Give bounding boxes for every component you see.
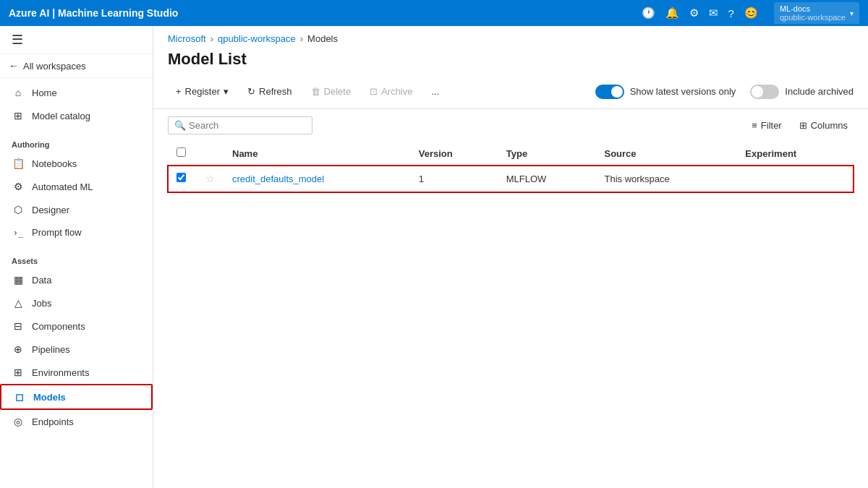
pipelines-icon: ⊕	[12, 343, 25, 355]
sidebar-item-environments-label: Environments	[32, 367, 89, 378]
back-nav-label: All workspaces	[23, 61, 86, 72]
row-name-cell: credit_defaults_model	[224, 166, 410, 192]
nav-section-main: ⌂ Home ⊞ Model catalog	[0, 78, 153, 130]
archive-button[interactable]: ⊡ Archive	[362, 82, 420, 101]
toolbar: + Register ▾ ↻ Refresh 🗑 Delete ⊡ Archiv…	[153, 77, 868, 109]
include-archived-toggle-group: Include archived	[750, 85, 854, 99]
model-catalog-icon: ⊞	[12, 110, 25, 121]
sidebar-item-notebooks-label: Notebooks	[32, 158, 77, 169]
feedback-icon[interactable]: ✉	[709, 7, 718, 20]
sidebar-item-notebooks[interactable]: 📋 Notebooks	[0, 152, 153, 175]
select-all-checkbox[interactable]	[176, 147, 186, 157]
row-checkbox[interactable]	[176, 173, 186, 182]
automated-ml-icon: ⚙	[12, 181, 25, 192]
row-checkbox-cell	[168, 166, 197, 192]
hamburger-icon[interactable]: ☰	[9, 30, 26, 50]
sidebar-item-designer[interactable]: ⬡ Designer	[0, 198, 153, 221]
filter-label: Filter	[761, 120, 782, 131]
sidebar-item-data[interactable]: ▦ Data	[0, 268, 153, 291]
settings-icon[interactable]: ⚙	[689, 7, 699, 20]
row-source-cell: This workspace	[595, 166, 736, 192]
breadcrumb: Microsoft › qpublic-workspace › Models	[153, 26, 868, 44]
delete-label: Delete	[324, 86, 352, 97]
sidebar-item-home[interactable]: ⌂ Home	[0, 81, 153, 104]
components-icon: ⊟	[12, 320, 25, 332]
models-table: Name Version Type Source Experiment	[168, 142, 854, 192]
include-archived-label: Include archived	[785, 86, 854, 97]
home-icon: ⌂	[12, 87, 25, 98]
search-input[interactable]	[189, 120, 306, 131]
breadcrumb-workspace[interactable]: qpublic-workspace	[218, 33, 296, 44]
table-row: ☆ credit_defaults_model 1 MLFLOW This wo…	[168, 166, 854, 192]
breadcrumb-sep-2: ›	[300, 33, 303, 44]
sidebar-item-components[interactable]: ⊟ Components	[0, 314, 153, 338]
sidebar-item-endpoints[interactable]: ◎ Endpoints	[0, 410, 153, 433]
nav-section-assets: Assets ▦ Data △ Jobs ⊟ Components ⊕ Pipe…	[0, 247, 153, 436]
sidebar-item-jobs[interactable]: △ Jobs	[0, 291, 153, 314]
header-icons: 🕐 🔔 ⚙ ✉ ? 😊 ML-docs qpublic-workspace ▾	[642, 2, 859, 24]
col-header-checkbox	[168, 142, 197, 166]
sidebar-item-models[interactable]: ◻ Models	[0, 384, 153, 410]
breadcrumb-sep-1: ›	[210, 33, 213, 44]
refresh-label: Refresh	[259, 86, 292, 97]
refresh-button[interactable]: ↻ Refresh	[239, 82, 300, 101]
endpoints-icon: ◎	[12, 416, 25, 427]
table-body: ☆ credit_defaults_model 1 MLFLOW This wo…	[168, 166, 854, 192]
search-box: 🔍	[168, 116, 312, 134]
user-info: ML-docs qpublic-workspace	[780, 4, 846, 22]
more-icon: ...	[431, 86, 439, 97]
bell-icon[interactable]: 🔔	[665, 7, 679, 20]
sidebar-item-jobs-label: Jobs	[32, 298, 51, 309]
models-icon: ◻	[13, 391, 26, 403]
search-icon: 🔍	[174, 120, 186, 131]
sidebar-item-components-label: Components	[32, 321, 85, 332]
sidebar-item-data-label: Data	[32, 275, 51, 286]
sidebar-item-home-label: Home	[32, 87, 57, 98]
sidebar-item-automated-ml-label: Automated ML	[32, 181, 93, 192]
back-nav[interactable]: ← All workspaces	[0, 54, 153, 78]
show-latest-toggle[interactable]	[595, 85, 624, 99]
top-header: Azure AI | Machine Learning Studio 🕐 🔔 ⚙…	[0, 0, 868, 26]
delete-button[interactable]: 🗑 Delete	[303, 82, 359, 101]
user-menu[interactable]: ML-docs qpublic-workspace ▾	[774, 2, 859, 24]
help-icon[interactable]: ?	[728, 7, 734, 20]
sidebar-item-pipelines[interactable]: ⊕ Pipelines	[0, 338, 153, 361]
sidebar-item-pipelines-label: Pipelines	[32, 344, 70, 355]
delete-icon: 🗑	[311, 86, 320, 97]
row-experiment-cell	[736, 166, 854, 192]
back-arrow-icon: ←	[9, 60, 19, 72]
archive-icon: ⊡	[370, 86, 378, 97]
register-button[interactable]: + Register ▾	[168, 82, 237, 101]
sidebar-item-automated-ml[interactable]: ⚙ Automated ML	[0, 175, 153, 198]
columns-label: Columns	[811, 120, 848, 131]
row-star-cell: ☆	[197, 166, 224, 192]
breadcrumb-microsoft[interactable]: Microsoft	[168, 33, 206, 44]
star-icon[interactable]: ☆	[205, 173, 215, 184]
model-name-link[interactable]: credit_defaults_model	[232, 174, 324, 184]
col-header-experiment: Experiment	[736, 142, 854, 166]
sidebar-item-model-catalog[interactable]: ⊞ Model catalog	[0, 104, 153, 127]
table-header-row: Name Version Type Source Experiment	[168, 142, 854, 166]
nav-section-authoring: Authoring 📋 Notebooks ⚙ Automated ML ⬡ D…	[0, 130, 153, 247]
table-container: Name Version Type Source Experiment	[153, 142, 868, 488]
filter-button[interactable]: ≡ Filter	[746, 117, 787, 134]
account-icon[interactable]: 😊	[744, 7, 758, 20]
col-header-version: Version	[410, 142, 498, 166]
col-header-source: Source	[595, 142, 736, 166]
sidebar-item-prompt-flow[interactable]: ›_ Prompt flow	[0, 221, 153, 244]
search-filter-bar: 🔍 ≡ Filter ⊞ Columns	[153, 109, 868, 142]
more-button[interactable]: ...	[423, 82, 447, 101]
authoring-label: Authoring	[0, 133, 153, 152]
col-header-star	[197, 142, 224, 166]
show-latest-knob	[611, 86, 623, 98]
plus-icon: +	[176, 86, 182, 97]
sidebar-item-models-label: Models	[33, 392, 66, 403]
include-archived-toggle[interactable]	[750, 85, 779, 99]
col-header-type: Type	[498, 142, 596, 166]
sidebar-top: ☰	[0, 26, 153, 54]
sidebar-item-environments[interactable]: ⊞ Environments	[0, 361, 153, 384]
sidebar: ☰ ← All workspaces ⌂ Home ⊞ Model catalo…	[0, 26, 153, 488]
history-icon[interactable]: 🕐	[642, 7, 655, 20]
columns-button[interactable]: ⊞ Columns	[793, 117, 854, 134]
breadcrumb-current: Models	[307, 33, 338, 44]
